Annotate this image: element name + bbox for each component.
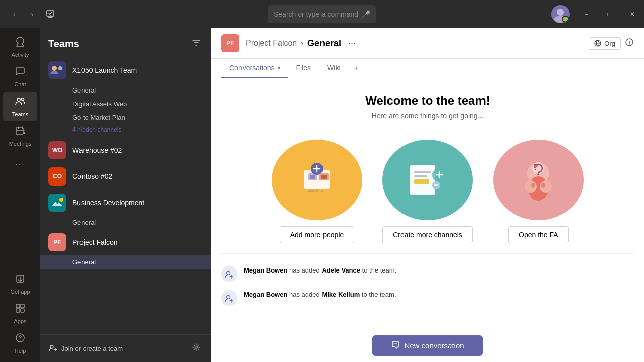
sidebar-header: Teams bbox=[40, 28, 211, 57]
svg-point-14 bbox=[52, 66, 57, 71]
team-item-bizdev[interactable]: Business Development ··· bbox=[40, 190, 211, 216]
channel-item-general-falcon[interactable]: General bbox=[40, 255, 211, 269]
activity-person-0: Megan Bowen bbox=[244, 266, 287, 274]
welcome-title: Welcome to the team! bbox=[221, 94, 634, 108]
nav-controls: ‹ › bbox=[0, 6, 64, 22]
svg-rect-33 bbox=[414, 171, 431, 173]
svg-rect-16 bbox=[48, 194, 66, 212]
add-person-icon bbox=[221, 266, 237, 282]
window-controls: − □ ✕ bbox=[575, 6, 644, 22]
apps-label: Apps bbox=[14, 318, 26, 324]
avatar[interactable] bbox=[551, 5, 570, 23]
tab-wiki[interactable]: Wiki bbox=[319, 59, 348, 78]
add-tab-button[interactable]: + bbox=[349, 59, 364, 78]
content-area: Welcome to the team! Here are some thing… bbox=[211, 78, 644, 329]
sidebar-item-apps[interactable]: Apps bbox=[3, 299, 37, 328]
create-channels-button[interactable]: Create more channels bbox=[382, 226, 473, 243]
sidebar-title: Teams bbox=[48, 38, 79, 50]
breadcrumb-team-name[interactable]: Project Falcon bbox=[246, 39, 297, 48]
back-button[interactable]: ‹ bbox=[6, 6, 22, 22]
files-label: Files bbox=[296, 64, 311, 72]
activity-target-0: Adele Vance bbox=[321, 266, 360, 274]
team-icon-contoso: CO bbox=[48, 167, 66, 186]
team-item-contoso[interactable]: CO Contoso #02 ··· bbox=[40, 163, 211, 190]
settings-button[interactable] bbox=[190, 341, 203, 356]
team-name-bizdev: Business Development bbox=[72, 199, 184, 207]
svg-rect-35 bbox=[414, 179, 429, 184]
filter-button[interactable] bbox=[190, 36, 203, 51]
svg-point-3 bbox=[17, 98, 20, 101]
faq-illustration: ? bbox=[493, 140, 584, 220]
sidebar-item-getapp[interactable]: Get app bbox=[3, 269, 37, 299]
svg-point-45 bbox=[525, 180, 537, 193]
channel-item-go-market[interactable]: Go to Market Plan bbox=[40, 111, 211, 124]
welcome-subtitle: Here are some things to get going... bbox=[221, 112, 634, 120]
activity-person-1: Megan Bowen bbox=[244, 291, 287, 298]
svg-point-48 bbox=[541, 183, 545, 188]
info-button[interactable] bbox=[625, 38, 634, 49]
nav-rail: Activity Chat Teams Meetings ··· bbox=[0, 28, 40, 362]
help-label: Help bbox=[15, 348, 26, 354]
svg-point-15 bbox=[58, 66, 62, 70]
channel-header: PF Project Falcon › General ··· Org bbox=[211, 28, 644, 59]
user-area bbox=[551, 5, 574, 23]
svg-point-2 bbox=[554, 16, 567, 23]
sidebar-item-meetings[interactable]: Meetings bbox=[3, 121, 37, 151]
channel-item-general-bizdev[interactable]: General bbox=[40, 216, 211, 229]
svg-point-12 bbox=[20, 340, 21, 341]
app-body: Activity Chat Teams Meetings ··· bbox=[0, 0, 644, 362]
team-name-x1050: X1050 Launch Team bbox=[72, 66, 184, 74]
sidebar-item-more[interactable]: ··· bbox=[3, 151, 37, 179]
maximize-button[interactable]: □ bbox=[598, 6, 621, 22]
activity-item-0: Megan Bowen has added Adele Vance to the… bbox=[221, 262, 634, 286]
sidebar-item-help[interactable]: Help bbox=[3, 328, 37, 358]
meetings-icon bbox=[15, 125, 26, 139]
sidebar-item-chat[interactable]: Chat bbox=[3, 62, 37, 92]
channel-item-general-x1050[interactable]: General bbox=[40, 83, 211, 97]
team-item[interactable]: X1050 Launch Team ··· bbox=[40, 57, 211, 83]
activity-target-1: Mike Kellum bbox=[321, 291, 360, 298]
org-button[interactable]: Org bbox=[589, 37, 621, 50]
new-conversation-button[interactable]: New conversation bbox=[372, 335, 483, 356]
minimize-button[interactable]: − bbox=[575, 6, 598, 22]
team-name-falcon: Project Falcon bbox=[72, 238, 184, 246]
chevron-down-icon: ▾ bbox=[278, 65, 280, 71]
sidebar-item-activity[interactable]: Activity bbox=[3, 32, 37, 62]
close-button[interactable]: ✕ bbox=[621, 6, 644, 22]
new-conv-icon bbox=[391, 340, 400, 351]
activity-text-1: Megan Bowen has added Mike Kellum to the… bbox=[244, 290, 396, 299]
team-item-warehouse[interactable]: WO Warehouse #02 ··· bbox=[40, 137, 211, 163]
join-create-button[interactable]: Join or create a team bbox=[48, 343, 123, 354]
svg-text:Ty: Ty bbox=[319, 189, 323, 192]
add-people-button[interactable]: Add more people bbox=[280, 226, 355, 243]
channel-item-digital-assets[interactable]: Digital Assets Web bbox=[40, 97, 211, 111]
svg-point-19 bbox=[195, 346, 198, 349]
tab-files[interactable]: Files bbox=[288, 59, 319, 78]
svg-rect-25 bbox=[310, 175, 315, 179]
forward-button[interactable]: › bbox=[24, 6, 40, 22]
activity-list: Megan Bowen has added Adele Vance to the… bbox=[221, 253, 634, 318]
compose-button[interactable] bbox=[42, 6, 58, 22]
svg-point-42 bbox=[537, 173, 539, 175]
search-bar[interactable]: 🎤 bbox=[268, 5, 376, 23]
compose-footer: New conversation bbox=[211, 329, 644, 362]
channel-tabs: Conversations ▾ Files Wiki + bbox=[211, 59, 644, 78]
svg-rect-9 bbox=[16, 309, 20, 312]
open-faq-button[interactable]: Open the FA bbox=[508, 226, 569, 243]
new-conversation-label: New conversation bbox=[404, 341, 464, 350]
channel-more-button[interactable]: ··· bbox=[345, 38, 359, 49]
svg-rect-38 bbox=[434, 184, 438, 186]
tab-conversations[interactable]: Conversations ▾ bbox=[221, 59, 288, 78]
sidebar-item-teams[interactable]: Teams bbox=[3, 92, 37, 121]
search-input[interactable] bbox=[274, 10, 362, 18]
svg-rect-34 bbox=[414, 175, 427, 177]
channels-card: Create more channels bbox=[377, 140, 478, 243]
hidden-channels-x1050[interactable]: 4 hidden channels bbox=[40, 124, 211, 137]
channel-header-actions: Org bbox=[589, 37, 634, 50]
svg-rect-13 bbox=[48, 61, 66, 79]
apps-icon bbox=[15, 303, 26, 316]
breadcrumb-channel-name: General bbox=[307, 38, 341, 49]
svg-text:?: ? bbox=[533, 163, 538, 171]
team-item-falcon[interactable]: PF Project Falcon ··· bbox=[40, 229, 211, 255]
help-icon bbox=[15, 332, 26, 346]
